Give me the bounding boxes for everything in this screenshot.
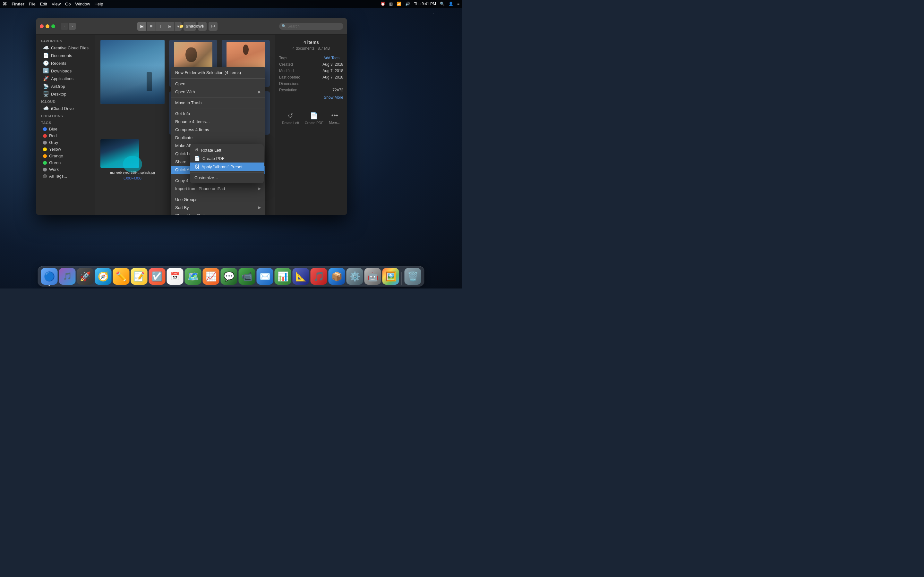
dock-music[interactable]: 🎵 [310,268,327,285]
user-icon[interactable]: 👤 [449,2,453,6]
volume-icon[interactable]: 🔊 [405,2,410,6]
sidebar-item-desktop[interactable]: 🖥️ Desktop [38,90,93,98]
sidebar-item-applications[interactable]: 🚀 Applications [38,75,93,82]
time-machine-icon[interactable]: ⏰ [381,2,385,6]
toolbar-center: ⊞ ≡ ⫿ ⊟ ▾ ⚙ ▾ ⬆ 🏷 [79,22,276,31]
ctx-import[interactable]: Import from iPhone or iPad ▶ [171,185,265,193]
show-more-link[interactable]: Show More [324,95,343,100]
dock-finder[interactable]: 🔵 [41,268,58,285]
dock-pencil[interactable]: ✏️ [113,268,129,285]
traffic-lights [40,24,55,28]
back-button[interactable]: ‹ [61,23,68,30]
sidebar-tag-orange[interactable]: Orange [38,153,93,159]
photos-icon: 🖼️ [385,271,396,282]
meta-dimensions: Dimensions -- [279,81,343,86]
dock-safari[interactable]: 🧭 [95,268,111,285]
screen-bar-icon[interactable]: ▥ [389,2,393,6]
control-center-icon[interactable]: ≡ [457,2,459,6]
menubar-app-name[interactable]: Finder [11,2,24,6]
preview-pdf-btn[interactable]: 📄 Create PDF [305,112,323,125]
ctx-rename[interactable]: Rename 4 Items… [171,118,265,126]
search-box[interactable]: 🔍 Search [279,23,343,30]
apple-menu[interactable]: ⌘ [3,1,7,6]
search-icon[interactable]: 🔍 [440,2,445,6]
dock-messages[interactable]: 💬 [221,268,237,285]
ctx-view-options[interactable]: Show View Options [171,211,265,215]
menubar-time: Thu 9:41 PM [414,2,436,6]
dock-trash[interactable]: 🗑️ [405,268,421,285]
minimize-button[interactable] [45,24,49,28]
dock-grapher[interactable]: 📈 [203,268,220,285]
sidebar-item-downloads[interactable]: ⬇️ Downloads [38,67,93,75]
sidebar: Favorites ☁️ Creative Cloud Files 📄 Docu… [36,35,95,215]
preview-meta: Tags Add Tags… Created Aug 3, 2018 Modif… [279,56,343,100]
ctx-open[interactable]: Open [171,80,265,88]
menubar-view[interactable]: View [52,2,61,6]
yellow-dot [43,147,47,151]
view-list-btn[interactable]: ≡ [147,22,156,31]
ctx-new-folder[interactable]: New Folder with Selection (4 Items) [171,68,265,77]
ctx-get-info[interactable]: Get Info [171,110,265,118]
menubar-edit[interactable]: Edit [40,2,47,6]
preview-more-btn[interactable]: ••• More… [329,112,341,125]
sidebar-tag-yellow[interactable]: Yellow [38,146,93,153]
dock-reminders[interactable]: ☑️ [149,268,166,285]
ctx-duplicate[interactable]: Duplicate [171,134,265,142]
sidebar-item-icloud-drive[interactable]: ☁️ iCloud Drive [38,105,93,112]
qa-create-pdf[interactable]: 📄 Create PDF [190,154,264,163]
sidebar-item-documents[interactable]: 📄 Documents [38,52,93,59]
menubar-window[interactable]: Window [75,2,90,6]
dock-keynote[interactable]: 📐 [292,268,309,285]
file-item-muneeb[interactable]: muneeb-syed-2884...splash.jpg 6,000×4,00… [100,139,165,181]
sidebar-tag-blue[interactable]: Blue [38,126,93,132]
menubar-file[interactable]: File [29,2,36,6]
maximize-button[interactable] [51,24,55,28]
dock-notes[interactable]: 📝 [131,268,148,285]
favorites-header: Favorites [36,37,95,44]
dock-siri[interactable]: 🎵 [59,268,76,285]
sidebar-item-recents[interactable]: 🕐 Recents [38,59,93,67]
qa-apply-vibrant[interactable]: 🖼 Apply "Vibrant" Preset [190,163,264,171]
view-columns-btn[interactable]: ⫿ [156,22,165,31]
dock-automator[interactable]: 🤖 [365,268,381,285]
dock-photos[interactable]: 🖼️ [383,268,399,285]
ctx-sep-3 [171,108,265,108]
forward-button[interactable]: › [69,23,76,30]
dock-facetime[interactable]: 📹 [239,268,255,285]
dock-system-prefs[interactable]: ⚙️ [347,268,363,285]
menubar-go[interactable]: Go [65,2,71,6]
view-gallery-btn[interactable]: ⊟ [165,22,174,31]
qa-customize[interactable]: Customize… [190,174,264,182]
pencil-icon: ✏️ [115,271,127,282]
title-bar: ‹ › ⊞ ≡ ⫿ ⊟ ▾ ⚙ ▾ ⬆ 🏷 📁 Shadows 🔍 Search [36,18,347,35]
keynote-icon: 📐 [295,271,306,282]
dock-appstore[interactable]: 📦 [328,268,345,285]
close-button[interactable] [40,24,44,28]
sidebar-tag-red[interactable]: Red [38,132,93,139]
dock-mail[interactable]: ✉️ [257,268,273,285]
sidebar-tag-all[interactable]: All Tags... [38,173,93,179]
ctx-open-with[interactable]: Open With ▶ [171,88,265,96]
menubar-help[interactable]: Help [95,2,103,6]
sidebar-item-creative-cloud[interactable]: ☁️ Creative Cloud Files [38,44,93,52]
dock-numbers[interactable]: 📊 [275,268,291,285]
ctx-compress[interactable]: Compress 4 Items [171,126,265,134]
view-icon-btn[interactable]: ⊞ [137,22,146,31]
finder-icon: 🔵 [44,271,55,282]
dock-calendar[interactable]: 📅 [167,268,184,285]
dock-maps[interactable]: 🗺️ [185,268,202,285]
airdrop-icon: 📡 [43,83,49,89]
qa-rotate-left[interactable]: ↺ Rotate Left [190,146,264,154]
ctx-use-groups[interactable]: Use Groups [171,195,265,203]
dock-launchpad[interactable]: 🚀 [77,268,94,285]
wifi-icon[interactable]: 📶 [397,2,401,6]
sidebar-tag-work[interactable]: Work [38,166,93,173]
sidebar-tag-green[interactable]: Green [38,159,93,166]
preview-rotate-btn[interactable]: ↺ Rotate Left [282,112,299,125]
tags-button[interactable]: 🏷 [208,22,218,31]
sidebar-item-airdrop[interactable]: 📡 AirDrop [38,82,93,90]
ctx-move-trash[interactable]: Move to Trash [171,99,265,107]
sidebar-tag-gray[interactable]: Gray [38,139,93,146]
launchpad-icon: 🚀 [79,271,91,282]
ctx-sort-by[interactable]: Sort By ▶ [171,203,265,211]
